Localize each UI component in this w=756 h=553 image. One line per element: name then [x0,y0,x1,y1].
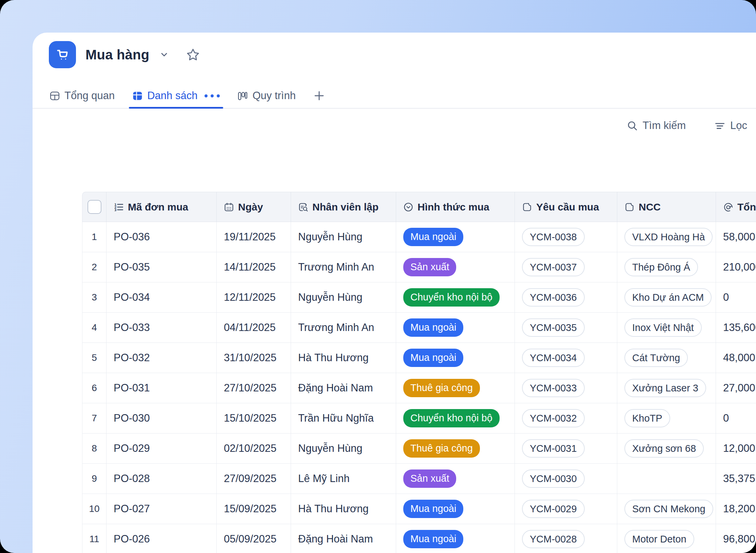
cell-tong-tien[interactable]: 35,375,000 [716,464,756,494]
cell-ma-don-mua[interactable]: PO-034 [106,282,217,312]
cell-tong-tien[interactable]: 58,000,000 [716,222,756,252]
cell-ncc[interactable]: KhoTP [617,403,716,433]
cell-hinh-thuc-mua[interactable]: Mua ngoài [396,313,515,343]
header-yeu-cau-mua[interactable]: Yêu cầu mua [515,192,617,222]
cell-hinh-thuc-mua[interactable]: Sản xuất [396,464,515,494]
cell-ma-don-mua[interactable]: PO-031 [106,373,217,403]
cell-hinh-thuc-mua[interactable]: Thuê gia công [396,434,515,463]
header-ngay[interactable]: Ngày [217,192,291,222]
cell-tong-tien[interactable]: 96,800,000 [716,524,756,553]
cell-ngay[interactable]: 04/11/2025 [217,313,291,343]
cell-tong-tien[interactable]: 210,000,000 [716,252,756,282]
cell-ngay[interactable]: 27/09/2025 [217,464,291,494]
cell-ncc[interactable]: Inox Việt Nhật [617,313,716,343]
chevron-down-icon[interactable] [158,49,170,61]
cell-yeu-cau-mua[interactable]: YCM-0028 [515,524,617,553]
cell-ngay[interactable]: 05/09/2025 [217,524,291,553]
cell-nhan-vien-lap[interactable]: Nguyễn Hùng [291,222,396,252]
cell-yeu-cau-mua[interactable]: YCM-0033 [515,373,617,403]
cell-hinh-thuc-mua[interactable]: Mua ngoài [396,343,515,373]
tab-more-icon[interactable] [205,94,220,97]
linked-record-pill: Sơn CN Mekong [624,500,713,518]
cell-ncc[interactable]: Xưởng sơn 68 [617,434,716,463]
cell-ma-don-mua[interactable]: PO-033 [106,313,217,343]
cell-ma-don-mua[interactable]: PO-030 [106,403,217,433]
cell-nhan-vien-lap[interactable]: Lê Mỹ Linh [291,464,396,494]
cell-ngay[interactable]: 19/11/2025 [217,222,291,252]
header-checkbox-cell[interactable] [82,192,106,222]
tab-quy-trinh[interactable]: Quy trình [237,83,296,109]
cell-ncc[interactable] [617,464,716,494]
search-button[interactable]: Tìm kiếm [627,119,686,132]
cell-ma-don-mua[interactable]: PO-027 [106,494,217,524]
cell-ncc[interactable]: Xưởng Laser 3 [617,373,716,403]
cell-ncc[interactable]: Sơn CN Mekong [617,494,716,524]
header-hinh-thuc-mua[interactable]: Hình thức mua [396,192,515,222]
cell-hinh-thuc-mua[interactable]: Chuyển kho nội bộ [396,282,515,312]
header-ncc[interactable]: NCC [617,192,716,222]
link-icon [624,202,635,212]
linked-record-pill: YCM-0030 [522,469,585,488]
cell-hinh-thuc-mua[interactable]: Mua ngoài [396,494,515,524]
cell-yeu-cau-mua[interactable]: YCM-0031 [515,434,617,463]
cell-yeu-cau-mua[interactable]: YCM-0035 [515,313,617,343]
cell-tong-tien[interactable]: 0 [716,282,756,312]
cell-nhan-vien-lap[interactable]: Hà Thu Hương [291,494,396,524]
cell-nhan-vien-lap[interactable]: Hà Thu Hương [291,343,396,373]
tab-tong-quan[interactable]: Tổng quan [50,83,115,109]
cell-ma-don-mua[interactable]: PO-026 [106,524,217,553]
cell-ma-don-mua[interactable]: PO-028 [106,464,217,494]
cell-hinh-thuc-mua[interactable]: Chuyển kho nội bộ [396,403,515,433]
tab-danh-sach[interactable]: Danh sách [132,83,220,109]
cell-ngay[interactable]: 14/11/2025 [217,252,291,282]
cell-nhan-vien-lap[interactable]: Đặng Hoài Nam [291,373,396,403]
cell-hinh-thuc-mua[interactable]: Thuê gia công [396,373,515,403]
cell-nhan-vien-lap[interactable]: Trương Minh An [291,313,396,343]
cell-nhan-vien-lap[interactable]: Đặng Hoài Nam [291,524,396,553]
cell-nhan-vien-lap[interactable]: Nguyễn Hùng [291,282,396,312]
filter-button[interactable]: Lọc [714,119,747,132]
cell-ma-don-mua[interactable]: PO-032 [106,343,217,373]
cell-nhan-vien-lap[interactable]: Trần Hữu Nghĩa [291,403,396,433]
cell-tong-tien[interactable]: 18,200,000 [716,494,756,524]
cell-ncc[interactable]: Thép Đông Á [617,252,716,282]
cell-hinh-thuc-mua[interactable]: Mua ngoài [396,524,515,553]
header-nhan-vien-lap[interactable]: Nhân viên lập [291,192,396,222]
header-tong-tien-hang[interactable]: Tổng tiền hàng [716,192,756,222]
cell-yeu-cau-mua[interactable]: YCM-0036 [515,282,617,312]
cell-ngay[interactable]: 15/09/2025 [217,494,291,524]
cell-ma-don-mua[interactable]: PO-035 [106,252,217,282]
select-all-checkbox[interactable] [88,200,101,214]
cell-yeu-cau-mua[interactable]: YCM-0034 [515,343,617,373]
cell-ngay[interactable]: 15/10/2025 [217,403,291,433]
cell-hinh-thuc-mua[interactable]: Mua ngoài [396,222,515,252]
cell-nhan-vien-lap[interactable]: Trương Minh An [291,252,396,282]
cell-tong-tien[interactable]: 27,000,000 [716,373,756,403]
page-title: Mua hàng [85,47,149,62]
cell-yeu-cau-mua[interactable]: YCM-0038 [515,222,617,252]
cell-yeu-cau-mua[interactable]: YCM-0030 [515,464,617,494]
cell-ncc[interactable]: Cát Tường [617,343,716,373]
cell-ncc[interactable]: Motor Deton [617,524,716,553]
cell-yeu-cau-mua[interactable]: YCM-0032 [515,403,617,433]
cell-ncc[interactable]: Kho Dự án ACM [617,282,716,312]
cell-tong-tien[interactable]: 135,600,000 [716,313,756,343]
star-icon[interactable] [186,48,200,62]
cell-ma-don-mua[interactable]: PO-036 [106,222,217,252]
records-table: 123 Mã đơn mua Ngày Nhân viên lập [82,192,756,553]
cell-yeu-cau-mua[interactable]: YCM-0037 [515,252,617,282]
cell-yeu-cau-mua[interactable]: YCM-0029 [515,494,617,524]
cell-ngay[interactable]: 02/10/2025 [217,434,291,463]
add-tab-button[interactable] [313,90,325,102]
cell-ngay[interactable]: 27/10/2025 [217,373,291,403]
cell-ngay[interactable]: 31/10/2025 [217,343,291,373]
cell-ma-don-mua[interactable]: PO-029 [106,434,217,463]
cell-tong-tien[interactable]: 12,000,000 [716,434,756,463]
cell-ncc[interactable]: VLXD Hoàng Hà [617,222,716,252]
cell-tong-tien[interactable]: 48,000,000 [716,343,756,373]
cell-tong-tien[interactable]: 0 [716,403,756,433]
header-ma-don-mua[interactable]: 123 Mã đơn mua [106,192,217,222]
cell-ngay[interactable]: 12/11/2025 [217,282,291,312]
cell-hinh-thuc-mua[interactable]: Sản xuất [396,252,515,282]
cell-nhan-vien-lap[interactable]: Nguyễn Hùng [291,434,396,463]
